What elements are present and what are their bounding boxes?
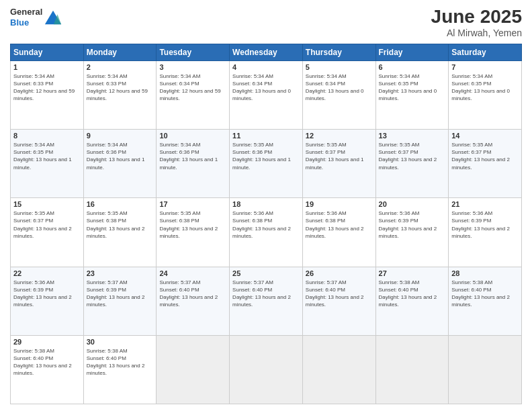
day-number: 9: [87, 132, 154, 140]
table-row: 27Sunrise: 5:38 AM Sunset: 6:40 PM Dayli…: [375, 267, 449, 335]
logo-text: General Blue: [10, 7, 42, 28]
table-row: [449, 335, 522, 404]
day-info: Sunrise: 5:35 AM Sunset: 6:38 PM Dayligh…: [159, 210, 226, 240]
day-info: Sunrise: 5:37 AM Sunset: 6:40 PM Dayligh…: [232, 279, 300, 309]
day-number: 30: [87, 338, 154, 346]
day-info: Sunrise: 5:37 AM Sunset: 6:39 PM Dayligh…: [87, 279, 154, 309]
day-number: 19: [306, 200, 373, 208]
table-row: 12Sunrise: 5:35 AM Sunset: 6:37 PM Dayli…: [302, 130, 375, 198]
day-info: Sunrise: 5:36 AM Sunset: 6:38 PM Dayligh…: [306, 210, 373, 240]
day-number: 29: [13, 338, 81, 346]
day-number: 15: [13, 200, 81, 208]
day-number: 4: [232, 63, 300, 71]
day-number: 18: [232, 200, 300, 208]
table-row: 24Sunrise: 5:37 AM Sunset: 6:40 PM Dayli…: [157, 267, 230, 335]
day-number: 17: [159, 200, 226, 208]
day-number: 6: [379, 63, 446, 71]
day-number: 27: [379, 269, 446, 277]
day-info: Sunrise: 5:34 AM Sunset: 6:34 PM Dayligh…: [306, 73, 373, 103]
day-number: 12: [306, 132, 373, 140]
day-info: Sunrise: 5:35 AM Sunset: 6:37 PM Dayligh…: [451, 141, 519, 171]
day-number: 16: [87, 200, 154, 208]
table-row: 13Sunrise: 5:35 AM Sunset: 6:37 PM Dayli…: [375, 130, 449, 198]
day-info: Sunrise: 5:35 AM Sunset: 6:37 PM Dayligh…: [13, 210, 81, 240]
day-info: Sunrise: 5:35 AM Sunset: 6:37 PM Dayligh…: [379, 141, 446, 171]
table-row: [302, 335, 375, 404]
calendar-week-row: 8Sunrise: 5:34 AM Sunset: 6:35 PM Daylig…: [11, 130, 522, 198]
day-info: Sunrise: 5:34 AM Sunset: 6:34 PM Dayligh…: [232, 73, 300, 103]
table-row: 11Sunrise: 5:35 AM Sunset: 6:36 PM Dayli…: [230, 130, 303, 198]
day-info: Sunrise: 5:34 AM Sunset: 6:36 PM Dayligh…: [87, 141, 154, 171]
table-row: 17Sunrise: 5:35 AM Sunset: 6:38 PM Dayli…: [157, 198, 230, 267]
table-row: 6Sunrise: 5:34 AM Sunset: 6:35 PM Daylig…: [375, 60, 449, 129]
day-number: 8: [13, 132, 81, 140]
table-row: [157, 335, 230, 404]
calendar-week-row: 15Sunrise: 5:35 AM Sunset: 6:37 PM Dayli…: [11, 198, 522, 267]
table-row: [375, 335, 449, 404]
day-number: 7: [451, 63, 519, 71]
table-row: [230, 335, 303, 404]
table-row: 8Sunrise: 5:34 AM Sunset: 6:35 PM Daylig…: [11, 130, 84, 198]
day-info: Sunrise: 5:38 AM Sunset: 6:40 PM Dayligh…: [87, 347, 154, 377]
calendar-table: Sunday Monday Tuesday Wednesday Thursday…: [10, 44, 522, 404]
day-info: Sunrise: 5:37 AM Sunset: 6:40 PM Dayligh…: [159, 279, 226, 309]
col-friday: Friday: [375, 44, 449, 60]
table-row: 21Sunrise: 5:36 AM Sunset: 6:39 PM Dayli…: [449, 198, 522, 267]
day-number: 20: [379, 200, 446, 208]
day-info: Sunrise: 5:34 AM Sunset: 6:33 PM Dayligh…: [13, 73, 81, 103]
day-info: Sunrise: 5:34 AM Sunset: 6:34 PM Dayligh…: [159, 73, 226, 103]
calendar-week-row: 29Sunrise: 5:38 AM Sunset: 6:40 PM Dayli…: [11, 335, 522, 404]
calendar-title: June 2025: [431, 7, 522, 28]
day-number: 11: [232, 132, 300, 140]
day-number: 24: [159, 269, 226, 277]
day-number: 22: [13, 269, 81, 277]
day-info: Sunrise: 5:35 AM Sunset: 6:36 PM Dayligh…: [232, 141, 300, 171]
table-row: 15Sunrise: 5:35 AM Sunset: 6:37 PM Dayli…: [11, 198, 84, 267]
day-info: Sunrise: 5:36 AM Sunset: 6:38 PM Dayligh…: [232, 210, 300, 240]
day-number: 3: [159, 63, 226, 71]
table-row: 7Sunrise: 5:34 AM Sunset: 6:35 PM Daylig…: [449, 60, 522, 129]
day-info: Sunrise: 5:38 AM Sunset: 6:40 PM Dayligh…: [13, 347, 81, 377]
day-info: Sunrise: 5:35 AM Sunset: 6:38 PM Dayligh…: [87, 210, 154, 240]
table-row: 28Sunrise: 5:38 AM Sunset: 6:40 PM Dayli…: [449, 267, 522, 335]
logo-blue: Blue: [10, 17, 42, 28]
day-info: Sunrise: 5:34 AM Sunset: 6:35 PM Dayligh…: [13, 141, 81, 171]
day-number: 28: [451, 269, 519, 277]
table-row: 10Sunrise: 5:34 AM Sunset: 6:36 PM Dayli…: [157, 130, 230, 198]
col-sunday: Sunday: [11, 44, 84, 60]
day-number: 5: [306, 63, 373, 71]
title-block: June 2025 Al Mirwah, Yemen: [431, 7, 522, 38]
table-row: 9Sunrise: 5:34 AM Sunset: 6:36 PM Daylig…: [83, 130, 157, 198]
day-info: Sunrise: 5:37 AM Sunset: 6:40 PM Dayligh…: [306, 279, 373, 309]
calendar-week-row: 1Sunrise: 5:34 AM Sunset: 6:33 PM Daylig…: [11, 60, 522, 129]
day-info: Sunrise: 5:35 AM Sunset: 6:37 PM Dayligh…: [306, 141, 373, 171]
day-info: Sunrise: 5:34 AM Sunset: 6:35 PM Dayligh…: [379, 73, 446, 103]
day-info: Sunrise: 5:34 AM Sunset: 6:33 PM Dayligh…: [87, 73, 154, 103]
day-number: 26: [306, 269, 373, 277]
day-number: 25: [232, 269, 300, 277]
table-row: 23Sunrise: 5:37 AM Sunset: 6:39 PM Dayli…: [83, 267, 157, 335]
table-row: 29Sunrise: 5:38 AM Sunset: 6:40 PM Dayli…: [11, 335, 84, 404]
table-row: 14Sunrise: 5:35 AM Sunset: 6:37 PM Dayli…: [449, 130, 522, 198]
table-row: 26Sunrise: 5:37 AM Sunset: 6:40 PM Dayli…: [302, 267, 375, 335]
table-row: 19Sunrise: 5:36 AM Sunset: 6:38 PM Dayli…: [302, 198, 375, 267]
table-row: 20Sunrise: 5:36 AM Sunset: 6:39 PM Dayli…: [375, 198, 449, 267]
table-row: 4Sunrise: 5:34 AM Sunset: 6:34 PM Daylig…: [230, 60, 303, 129]
table-row: 22Sunrise: 5:36 AM Sunset: 6:39 PM Dayli…: [11, 267, 84, 335]
table-row: 3Sunrise: 5:34 AM Sunset: 6:34 PM Daylig…: [157, 60, 230, 129]
day-info: Sunrise: 5:38 AM Sunset: 6:40 PM Dayligh…: [379, 279, 446, 309]
table-row: 2Sunrise: 5:34 AM Sunset: 6:33 PM Daylig…: [83, 60, 157, 129]
logo-general: General: [10, 7, 42, 17]
day-info: Sunrise: 5:34 AM Sunset: 6:36 PM Dayligh…: [159, 141, 226, 171]
table-row: 30Sunrise: 5:38 AM Sunset: 6:40 PM Dayli…: [83, 335, 157, 404]
table-row: 16Sunrise: 5:35 AM Sunset: 6:38 PM Dayli…: [83, 198, 157, 267]
day-number: 23: [87, 269, 154, 277]
col-saturday: Saturday: [449, 44, 522, 60]
col-tuesday: Tuesday: [157, 44, 230, 60]
calendar-subtitle: Al Mirwah, Yemen: [431, 28, 522, 38]
calendar-body: 1Sunrise: 5:34 AM Sunset: 6:33 PM Daylig…: [11, 60, 522, 404]
calendar-week-row: 22Sunrise: 5:36 AM Sunset: 6:39 PM Dayli…: [11, 267, 522, 335]
table-row: 18Sunrise: 5:36 AM Sunset: 6:38 PM Dayli…: [230, 198, 303, 267]
day-info: Sunrise: 5:34 AM Sunset: 6:35 PM Dayligh…: [451, 73, 519, 103]
header: General Blue June 2025 Al Mirwah, Yemen: [10, 7, 522, 38]
